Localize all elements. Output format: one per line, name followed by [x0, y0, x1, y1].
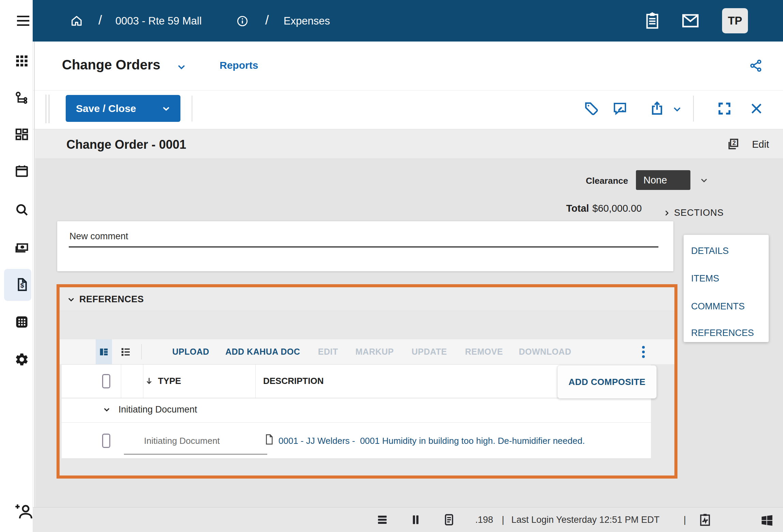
share-out-chevron-down-icon[interactable]: [671, 103, 683, 115]
status-separator-2: |: [684, 515, 686, 525]
sections-panel-item-details[interactable]: DETAILS: [691, 246, 729, 256]
share-out-icon[interactable]: [649, 100, 665, 116]
table-view-toggle[interactable]: [96, 339, 112, 364]
row-type-select[interactable]: Initiating Document: [144, 436, 220, 446]
table-view-icon: [99, 347, 109, 357]
list-view-toggle[interactable]: [120, 346, 131, 357]
document-icon: [265, 434, 274, 445]
report-view-icon[interactable]: [443, 513, 456, 526]
toolbar-grip-handle-2[interactable]: [49, 95, 49, 123]
share-icon[interactable]: [749, 59, 763, 73]
status-separator: |: [502, 515, 504, 525]
group-row-label: Initiating Document: [118, 404, 197, 415]
topbar: / 0003 - Rte 59 Mall / Expenses TP: [33, 0, 783, 42]
dashboard-icon[interactable]: [14, 127, 29, 142]
record-title: Change Order - 0001: [66, 138, 186, 152]
breadcrumb-app[interactable]: Expenses: [284, 15, 330, 27]
panes-view-icon[interactable]: [409, 513, 422, 526]
references-collapse-chevron-down-icon[interactable]: [66, 295, 76, 304]
group-row-border: [62, 422, 651, 423]
clearance-label: Clearance: [531, 176, 628, 186]
list-view-icon: [120, 346, 131, 357]
toolbar-view-divider: [141, 344, 142, 359]
sections-label: SECTIONS: [674, 208, 724, 218]
sort-descending-icon[interactable]: [144, 376, 154, 386]
edit-button[interactable]: Edit: [752, 139, 769, 150]
chart-clipboard-icon[interactable]: [698, 513, 712, 527]
breadcrumb-separator-2: /: [265, 13, 269, 28]
clearance-value: None: [643, 175, 667, 186]
app-title[interactable]: Change Orders: [62, 57, 160, 72]
hamburger-menu-icon[interactable]: [16, 14, 31, 27]
add-kahua-doc-button[interactable]: ADD KAHUA DOC: [225, 347, 300, 357]
edit-button-disabled: EDIT: [318, 347, 338, 357]
remove-button-disabled: REMOVE: [465, 347, 503, 357]
toolbar-divider-2: [693, 96, 694, 122]
new-comment-input[interactable]: [69, 226, 658, 247]
avatar[interactable]: TP: [722, 8, 748, 33]
mail-icon[interactable]: [681, 13, 700, 29]
status-bar: .198 | Last Login Yesterday 12:51 PM EDT…: [33, 507, 783, 532]
page-header: Change Orders Reports: [33, 42, 783, 90]
expand-fullscreen-icon[interactable]: [717, 101, 732, 116]
row-description-link[interactable]: 0001 - JJ Welders - 0001 Humidity in bui…: [278, 436, 650, 446]
markup-button-disabled: MARKUP: [355, 347, 394, 357]
clipboard-icon[interactable]: [644, 12, 661, 30]
add-composite-button[interactable]: ADD COMPOSITE: [557, 365, 657, 399]
references-table: TYPE DESCRIPTION ADD COMPOSITE Initiatin…: [62, 364, 651, 459]
avatar-initials: TP: [728, 14, 742, 27]
save-close-button[interactable]: Save / Close: [66, 95, 180, 122]
clearance-dropdown[interactable]: None: [636, 170, 690, 190]
expense-document-icon[interactable]: $: [14, 277, 29, 292]
new-comment-card: [57, 221, 673, 271]
money-icon[interactable]: [14, 241, 29, 256]
sections-chevron-right-icon: [662, 209, 671, 217]
update-button-disabled: UPDATE: [412, 347, 447, 357]
action-toolbar: Save / Close: [33, 90, 783, 129]
select-all-checkbox[interactable]: [102, 374, 110, 388]
breadcrumb-separator: /: [98, 13, 102, 28]
save-close-label: Save / Close: [76, 103, 136, 114]
sections-toggle[interactable]: SECTIONS: [662, 208, 724, 218]
column-header-description[interactable]: DESCRIPTION: [263, 376, 324, 386]
references-toolbar: UPLOAD ADD KAHUA DOC EDIT MARKUP UPDATE …: [60, 339, 674, 364]
svg-text:2: 2: [732, 140, 736, 146]
column-header-type[interactable]: TYPE: [158, 376, 181, 386]
apps-grid-icon[interactable]: [14, 53, 29, 68]
references-section-header[interactable]: REFERENCES: [60, 287, 674, 311]
column-divider: [255, 365, 256, 398]
toolbar-divider: [192, 96, 192, 122]
home-icon[interactable]: [69, 14, 84, 28]
toolbar-grip-handle[interactable]: [46, 95, 46, 123]
copy-versions-icon[interactable]: 2: [726, 138, 740, 151]
clearance-chevron-down-icon[interactable]: [699, 175, 709, 186]
sections-panel-item-items[interactable]: ITEMS: [691, 273, 719, 284]
overflow-kebab-icon[interactable]: [638, 345, 649, 359]
info-icon[interactable]: [236, 15, 249, 28]
total-value: $60,000.00: [592, 203, 642, 214]
row-checkbox[interactable]: [102, 434, 110, 448]
close-icon[interactable]: [749, 101, 764, 116]
search-icon[interactable]: [14, 202, 29, 217]
gear-icon[interactable]: [14, 352, 29, 367]
version-text: .198: [475, 515, 493, 525]
reports-link[interactable]: Reports: [220, 60, 258, 71]
add-person-icon[interactable]: [14, 503, 33, 520]
breadcrumb-project[interactable]: 0003 - Rte 59 Mall: [115, 15, 202, 27]
upload-button[interactable]: UPLOAD: [172, 347, 209, 357]
markup-comment-icon[interactable]: [612, 101, 628, 116]
app-title-chevron-down-icon[interactable]: [176, 61, 187, 73]
workflow-icon[interactable]: [14, 91, 29, 106]
sections-panel-item-comments[interactable]: COMMENTS: [691, 301, 745, 312]
rows-view-icon[interactable]: [376, 513, 389, 526]
svg-text:$: $: [20, 282, 24, 289]
tag-icon[interactable]: [584, 101, 599, 116]
calendar-icon[interactable]: [14, 164, 29, 179]
sections-panel-item-references[interactable]: REFERENCES: [691, 328, 754, 338]
group-collapse-chevron-down-icon[interactable]: [102, 405, 111, 414]
record-header: Change Order - 0001 2 Edit: [35, 129, 783, 159]
calculator-icon[interactable]: [14, 315, 29, 329]
windows-logo-icon[interactable]: [760, 513, 774, 528]
last-login-text: Last Login Yesterday 12:51 PM EDT: [511, 515, 659, 525]
panel-splitter[interactable]: [34, 42, 35, 507]
